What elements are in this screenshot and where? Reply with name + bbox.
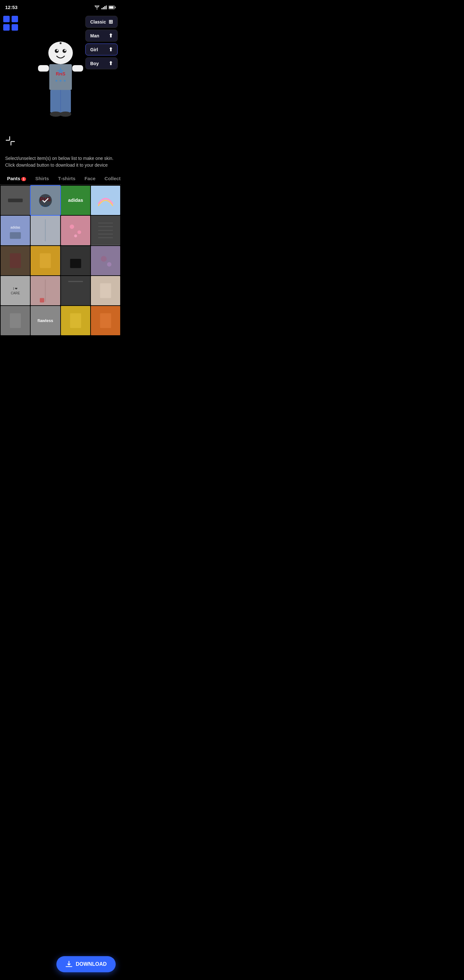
svg-text:flawless: flawless xyxy=(37,318,53,323)
status-icons xyxy=(94,5,116,10)
instruction-text: Select/unselect item(s) on below list to… xyxy=(0,151,121,172)
grid-item-18[interactable]: flawless xyxy=(30,306,60,335)
grid-item-14[interactable] xyxy=(30,276,60,305)
man-label: Man xyxy=(90,33,99,38)
girl-label: Girl xyxy=(90,47,98,52)
download-button[interactable]: DOWNLOAD xyxy=(56,956,116,972)
grid-item-7[interactable] xyxy=(61,216,90,245)
svg-text:adidas: adidas xyxy=(68,197,83,203)
top-area: RHS ★ ★ ★ Classic ⊞ Man ⬆ Girl ⬆ xyxy=(0,13,121,151)
svg-rect-28 xyxy=(8,199,23,202)
svg-point-12 xyxy=(60,42,62,44)
grid-item-3[interactable]: adidas xyxy=(61,186,90,215)
grid-item-19[interactable] xyxy=(61,306,90,335)
svg-point-7 xyxy=(48,41,73,64)
tab-collection[interactable]: Collection xyxy=(100,172,121,185)
svg-point-58 xyxy=(107,262,111,267)
svg-point-57 xyxy=(101,256,106,261)
svg-rect-68 xyxy=(100,283,111,298)
svg-point-11 xyxy=(64,49,66,51)
svg-rect-37 xyxy=(10,232,21,239)
boy-icon: ⬆ xyxy=(109,60,113,67)
selected-check xyxy=(39,194,52,207)
classic-icon: ⊞ xyxy=(109,19,113,25)
svg-point-43 xyxy=(74,234,77,237)
svg-rect-64 xyxy=(40,298,44,302)
man-icon: ⬆ xyxy=(109,33,113,39)
svg-rect-0 xyxy=(102,8,102,10)
svg-text:adidas: adidas xyxy=(11,226,20,229)
items-grid: RHS★★★adidasadidasI ❤CAREflawless xyxy=(0,185,121,336)
grid-item-6[interactable] xyxy=(30,216,60,245)
download-label: DOWNLOAD xyxy=(76,961,106,967)
svg-text:I ❤: I ❤ xyxy=(13,287,18,290)
grid-item-5[interactable]: adidas xyxy=(1,216,30,245)
character-display: RHS ★ ★ ★ xyxy=(32,37,90,127)
grid-item-2[interactable]: RHS★★★ xyxy=(30,186,60,215)
girl-icon: ⬆ xyxy=(109,46,113,52)
svg-rect-65 xyxy=(61,276,90,305)
svg-rect-70 xyxy=(10,313,21,328)
grid-item-9[interactable] xyxy=(1,246,30,275)
compress-icon[interactable] xyxy=(3,134,17,148)
svg-point-10 xyxy=(56,49,58,51)
svg-point-21 xyxy=(60,111,71,117)
signal-icon xyxy=(102,5,106,10)
tab-face[interactable]: Face xyxy=(80,172,100,185)
svg-point-9 xyxy=(62,49,67,53)
svg-rect-40 xyxy=(61,216,90,245)
svg-rect-1 xyxy=(103,7,104,10)
category-buttons: Classic ⊞ Man ⬆ Girl ⬆ Boy ⬆ xyxy=(86,16,118,69)
classic-button[interactable]: Classic ⊞ xyxy=(86,16,118,28)
grid-item-16[interactable] xyxy=(91,276,120,305)
svg-text:CARE: CARE xyxy=(11,291,20,295)
svg-rect-76 xyxy=(100,313,111,328)
status-time: 12:53 xyxy=(5,5,17,10)
expand-icon[interactable] xyxy=(3,16,19,31)
boy-label: Boy xyxy=(90,61,99,66)
grid-item-17[interactable] xyxy=(1,306,30,335)
tab-pants[interactable]: Pants1 xyxy=(3,172,30,185)
grid-item-4[interactable] xyxy=(91,186,120,215)
girl-button[interactable]: Girl ⬆ xyxy=(86,43,118,56)
boy-button[interactable]: Boy ⬆ xyxy=(86,57,118,69)
svg-rect-3 xyxy=(106,5,107,10)
download-bar: DOWNLOAD xyxy=(0,952,121,980)
svg-rect-2 xyxy=(104,6,105,10)
svg-rect-17 xyxy=(72,65,83,72)
svg-rect-51 xyxy=(10,253,21,268)
pants-badge: 1 xyxy=(21,177,26,181)
grid-item-12[interactable] xyxy=(91,246,120,275)
svg-rect-55 xyxy=(70,259,81,268)
grid-item-13[interactable]: I ❤CARE xyxy=(1,276,30,305)
grid-item-8[interactable] xyxy=(91,216,120,245)
grid-item-1[interactable] xyxy=(1,186,30,215)
tab-shirts[interactable]: Shirts xyxy=(30,172,54,185)
svg-rect-5 xyxy=(109,6,114,8)
svg-rect-6 xyxy=(115,6,116,8)
svg-text:★ ★ ★: ★ ★ ★ xyxy=(54,79,66,83)
svg-point-8 xyxy=(55,49,59,53)
svg-rect-74 xyxy=(70,313,81,328)
svg-point-42 xyxy=(77,231,81,234)
svg-rect-35 xyxy=(1,216,30,245)
battery-icon xyxy=(109,5,116,10)
wifi-icon xyxy=(94,5,100,10)
man-button[interactable]: Man ⬆ xyxy=(86,30,118,41)
grid-item-11[interactable] xyxy=(61,246,90,275)
svg-rect-16 xyxy=(38,65,49,72)
tabs-bar: Pants1 Shirts T-shirts Face Collection xyxy=(0,172,121,185)
svg-point-41 xyxy=(70,225,74,229)
grid-item-15[interactable] xyxy=(61,276,90,305)
classic-label: Classic xyxy=(90,19,106,24)
svg-rect-59 xyxy=(1,276,30,305)
grid-item-20[interactable] xyxy=(91,306,120,335)
svg-rect-53 xyxy=(40,253,51,268)
download-icon xyxy=(65,961,73,968)
status-bar: 12:53 xyxy=(0,0,121,13)
tab-tshirts[interactable]: T-shirts xyxy=(54,172,80,185)
grid-item-10[interactable] xyxy=(30,246,60,275)
